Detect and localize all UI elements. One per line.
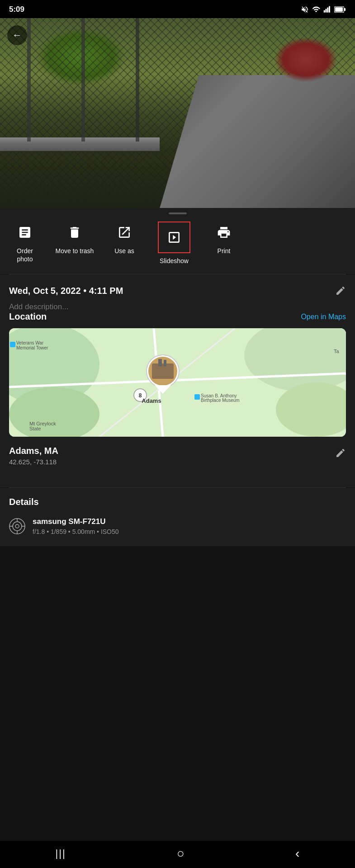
edit-location-icon[interactable] [335, 448, 346, 458]
nav-home-icon[interactable]: ○ [177, 846, 185, 861]
photo-container: ← [0, 18, 355, 208]
camera-info: samsung SM-F721U f/1.8 • 1/859 • 5.00mm … [33, 517, 346, 535]
slideshow-icon-wrapper [158, 222, 190, 253]
fence-post-3 [136, 18, 139, 142]
action-order-photo[interactable]: Orderphoto [0, 222, 50, 263]
location-edit-row: Adams, MA 42.625, -73.118 [9, 446, 346, 478]
details-title: Details [9, 497, 346, 507]
map-svg: 8 Adams Veterans War Memorial Tower Susa… [9, 328, 346, 437]
status-icons [301, 5, 346, 14]
print-icon [217, 225, 231, 240]
sheet-handle-container [0, 208, 355, 216]
svg-rect-0 [324, 10, 325, 13]
status-bar: 5:09 [0, 0, 355, 18]
useas-icon-wrapper [114, 222, 135, 243]
svg-rect-22 [194, 394, 200, 400]
location-coords: Adams, MA 42.625, -73.118 [9, 446, 58, 466]
camera-detail-row: samsung SM-F721U f/1.8 • 1/859 • 5.00mm … [9, 515, 346, 537]
edit-datetime-icon[interactable] [335, 285, 346, 296]
svg-text:Veterans War: Veterans War [16, 340, 44, 345]
useas-icon [117, 225, 132, 240]
action-use-as[interactable]: Use as [99, 222, 149, 255]
action-print[interactable]: Print [199, 222, 249, 255]
use-as-label: Use as [114, 247, 134, 255]
back-button[interactable]: ← [7, 25, 27, 45]
order-icon [18, 225, 32, 240]
order-photo-icon-wrapper [14, 222, 36, 243]
action-slideshow[interactable]: Slideshow [149, 222, 199, 265]
location-header: Location Open in Maps [9, 311, 346, 322]
print-icon-wrapper [213, 222, 235, 243]
location-latlon: 42.625, -73.118 [9, 458, 58, 466]
svg-point-36 [15, 524, 19, 528]
svg-rect-6 [335, 7, 343, 12]
svg-text:Ta: Ta [334, 349, 340, 354]
svg-text:Birthplace Museum: Birthplace Museum [201, 398, 240, 403]
foliage-red [274, 37, 337, 82]
fence-post-1 [27, 18, 31, 142]
status-time: 5:09 [9, 5, 24, 14]
signal-icon [323, 5, 331, 14]
datetime-text: Wed, Oct 5, 2022 • 4:11 PM [9, 286, 123, 296]
sheet-handle [169, 212, 187, 214]
back-arrow-icon: ← [12, 30, 22, 40]
svg-rect-3 [329, 6, 330, 13]
svg-rect-31 [158, 359, 162, 366]
info-section: Wed, Oct 5, 2022 • 4:11 PM Add descripti… [0, 274, 355, 487]
mute-icon [301, 5, 309, 14]
nav-bar: ||| ○ ‹ [0, 841, 355, 868]
svg-text:Memorial Tower: Memorial Tower [16, 345, 48, 350]
trash-icon-wrapper [64, 222, 85, 243]
slideshow-label: Slideshow [160, 257, 189, 265]
move-to-trash-label: Move to trash [56, 247, 94, 255]
svg-point-35 [13, 522, 22, 531]
svg-text:Adams: Adams [142, 397, 161, 404]
details-section: Details samsung SM-F721U f/1.8 • 1/859 •… [0, 488, 355, 546]
order-photo-label: Orderphoto [17, 247, 33, 263]
svg-rect-5 [344, 8, 346, 11]
svg-rect-1 [326, 9, 327, 13]
battery-icon [334, 6, 346, 13]
map-container[interactable]: 8 Adams Veterans War Memorial Tower Susa… [9, 328, 346, 437]
fence-post-2 [81, 18, 85, 142]
camera-specs: f/1.8 • 1/859 • 5.00mm • ISO50 [33, 528, 346, 535]
svg-rect-30 [152, 363, 174, 379]
svg-text:State: State [29, 426, 41, 431]
wifi-icon [312, 5, 321, 14]
camera-lens-icon [9, 518, 25, 534]
svg-point-21 [10, 342, 15, 347]
nav-recents-icon[interactable]: ||| [56, 848, 66, 859]
trash-icon [67, 225, 82, 240]
photo-background [0, 18, 355, 208]
date-row: Wed, Oct 5, 2022 • 4:11 PM [9, 285, 346, 296]
svg-rect-2 [327, 8, 328, 13]
camera-icon-wrap [9, 518, 25, 534]
device-name: samsung SM-F721U [33, 517, 346, 526]
print-label: Print [218, 247, 231, 255]
location-city: Adams, MA [9, 446, 58, 456]
action-toolbar: Orderphoto Move to trash Use as Slidesho… [0, 216, 355, 274]
nav-spacer [0, 546, 355, 578]
description-placeholder[interactable]: Add description... [9, 302, 68, 311]
nav-back-icon[interactable]: ‹ [295, 846, 299, 861]
svg-rect-32 [164, 360, 166, 366]
slideshow-icon [167, 230, 181, 245]
action-move-to-trash[interactable]: Move to trash [50, 222, 99, 255]
location-title: Location [9, 311, 47, 322]
open-maps-link[interactable]: Open in Maps [301, 313, 346, 321]
